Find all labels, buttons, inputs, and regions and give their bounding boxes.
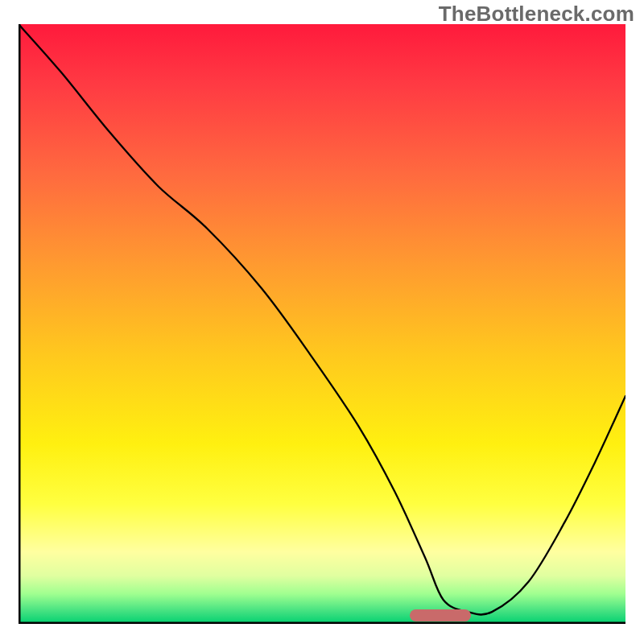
watermark-text: TheBottleneck.com (439, 2, 634, 27)
optimal-range-marker (410, 609, 470, 621)
chart-frame: TheBottleneck.com (0, 0, 644, 644)
plot-area (19, 24, 625, 624)
gradient-background (19, 24, 625, 624)
